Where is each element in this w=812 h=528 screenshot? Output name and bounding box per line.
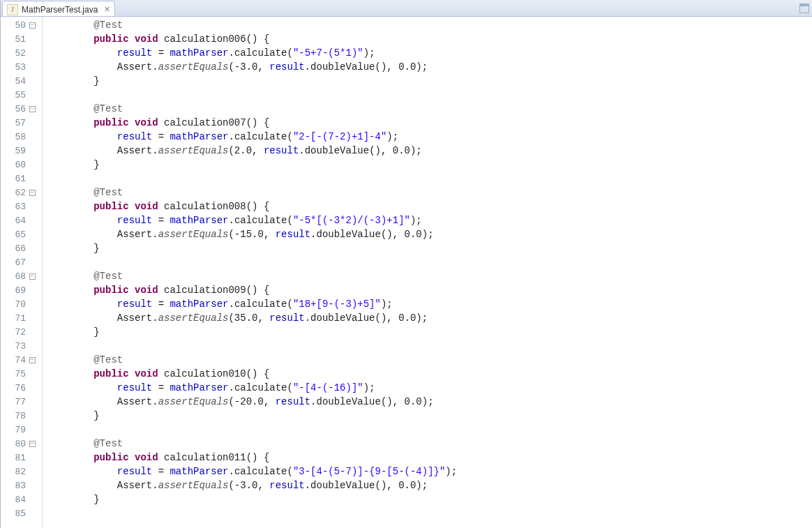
code-line[interactable]: } [47, 409, 812, 423]
code-line[interactable]: Assert.assertEquals(-15.0, result.double… [47, 227, 812, 241]
fold-marker[interactable]: − [27, 357, 37, 363]
gutter-line: 82 [1, 465, 42, 478]
code-line[interactable]: Assert.assertEquals(35.0, result.doubleV… [47, 311, 812, 325]
code-line[interactable] [47, 506, 812, 520]
gutter-line: 67 [1, 255, 42, 269]
gutter-line: 51 [1, 32, 42, 46]
code-token-txt: Assert. [47, 144, 158, 158]
code-line[interactable]: Assert.assertEquals(-3.0, result.doubleV… [47, 478, 812, 492]
code-line[interactable]: public void calculation009() { [47, 283, 812, 297]
code-token-txt: .doubleValue(), 0.0); [310, 395, 433, 409]
gutter-line: 71 [1, 311, 42, 325]
code-token-txt [47, 423, 52, 437]
code-token-txt [47, 451, 93, 465]
code-token-txt: calculation007() { [158, 116, 270, 130]
code-line[interactable]: } [47, 158, 812, 172]
code-line[interactable]: @Test [47, 353, 812, 367]
close-icon[interactable]: ✕ [104, 5, 110, 14]
code-line[interactable]: result = mathParser.calculate("3-[4-(5-7… [47, 465, 812, 478]
code-line[interactable]: result = mathParser.calculate("-5+7-(5*1… [47, 46, 812, 60]
fold-marker[interactable]: − [27, 22, 37, 29]
code-line[interactable]: } [47, 492, 812, 506]
code-line[interactable]: @Test [47, 18, 812, 32]
code-line[interactable]: @Test [47, 437, 812, 451]
code-token-txt: } [47, 74, 100, 88]
code-area[interactable]: @Test public void calculation006() { res… [43, 17, 812, 528]
gutter-line: 59 [1, 144, 42, 158]
line-number: 54 [1, 76, 27, 86]
code-token-txt: calculation011() { [158, 451, 270, 465]
code-line[interactable]: } [47, 74, 812, 88]
code-line[interactable] [47, 88, 812, 102]
code-editor[interactable]: 50−515253545556−575859606162−63646566676… [1, 17, 812, 528]
code-line[interactable]: } [47, 241, 812, 255]
tab-filename: MathParserTest.java [22, 5, 98, 15]
code-token-fld: result [264, 144, 299, 158]
code-token-fld: mathParser [170, 465, 228, 478]
gutter-line: 76 [1, 381, 42, 395]
code-token-txt [47, 32, 93, 46]
code-line[interactable] [47, 339, 812, 353]
fold-collapse-icon[interactable]: − [29, 106, 36, 112]
code-token-fld: result [117, 465, 152, 478]
code-token-txt [129, 283, 135, 297]
code-token-txt: .calculate( [228, 213, 292, 227]
code-token-mth: assertEquals [158, 227, 229, 241]
code-line[interactable]: result = mathParser.calculate("2-[-(7-2)… [47, 130, 812, 144]
gutter-line: 56− [1, 102, 42, 116]
code-line[interactable]: public void calculation008() { [47, 199, 812, 213]
line-number: 84 [1, 495, 27, 505]
fold-marker[interactable]: − [27, 441, 37, 447]
code-line[interactable] [47, 255, 812, 269]
fold-collapse-icon[interactable]: − [29, 190, 36, 196]
code-token-txt: .doubleValue(), 0.0); [305, 60, 428, 74]
gutter-line: 65 [1, 227, 42, 241]
code-token-kw: public [93, 116, 128, 130]
code-line[interactable]: @Test [47, 102, 812, 116]
gutter-line: 63 [1, 199, 42, 213]
fold-marker[interactable]: − [27, 273, 37, 280]
maximize-icon[interactable] [799, 3, 809, 13]
code-line[interactable]: public void calculation011() { [47, 451, 812, 465]
code-token-ann: @Test [93, 269, 123, 283]
fold-collapse-icon[interactable]: − [29, 22, 36, 29]
code-token-str: "18+[9-(-3)+5]" [293, 297, 381, 311]
line-number: 85 [1, 508, 27, 519]
code-line[interactable]: result = mathParser.calculate("-5*[(-3*2… [47, 213, 812, 227]
code-line[interactable]: result = mathParser.calculate("18+[9-(-3… [47, 297, 812, 311]
code-token-txt [129, 32, 135, 46]
code-line[interactable] [47, 423, 812, 437]
code-line[interactable]: @Test [47, 186, 812, 199]
code-token-txt: } [47, 492, 100, 506]
code-token-kw: public [93, 32, 128, 46]
line-number: 67 [1, 257, 27, 268]
code-token-txt [47, 18, 93, 32]
code-token-txt [47, 213, 117, 227]
code-line[interactable]: } [47, 325, 812, 339]
code-line[interactable]: Assert.assertEquals(-20.0, result.double… [47, 395, 812, 409]
code-token-fld: result [276, 227, 310, 241]
code-line[interactable]: @Test [47, 269, 812, 283]
code-token-txt: .calculate( [228, 297, 292, 311]
fold-collapse-icon[interactable]: − [29, 273, 36, 280]
editor-tab[interactable]: J MathParserTest.java ✕ [2, 1, 115, 16]
code-line[interactable]: Assert.assertEquals(-3.0, result.doubleV… [47, 60, 812, 74]
fold-collapse-icon[interactable]: − [29, 357, 36, 363]
code-line[interactable]: public void calculation007() { [47, 116, 812, 130]
code-token-txt: (-15.0, [228, 227, 275, 241]
code-token-str: "3-[4-(5-7)]-{9-[5-(-4)]}" [293, 465, 445, 478]
gutter-line: 74− [1, 353, 42, 367]
code-line[interactable] [47, 172, 812, 186]
fold-marker[interactable]: − [27, 106, 37, 112]
fold-collapse-icon[interactable]: − [29, 441, 36, 447]
gutter-line: 75 [1, 367, 42, 381]
code-token-fld: mathParser [170, 381, 228, 395]
code-line[interactable]: result = mathParser.calculate("-[4-(-16)… [47, 381, 812, 395]
code-token-txt: ); [386, 130, 398, 144]
code-line[interactable]: public void calculation010() { [47, 367, 812, 381]
code-line[interactable]: Assert.assertEquals(2.0, result.doubleVa… [47, 144, 812, 158]
code-token-txt: .doubleValue(), 0.0); [299, 144, 421, 158]
code-token-txt: Assert. [47, 395, 158, 409]
code-line[interactable]: public void calculation006() { [47, 32, 812, 46]
fold-marker[interactable]: − [27, 190, 37, 196]
